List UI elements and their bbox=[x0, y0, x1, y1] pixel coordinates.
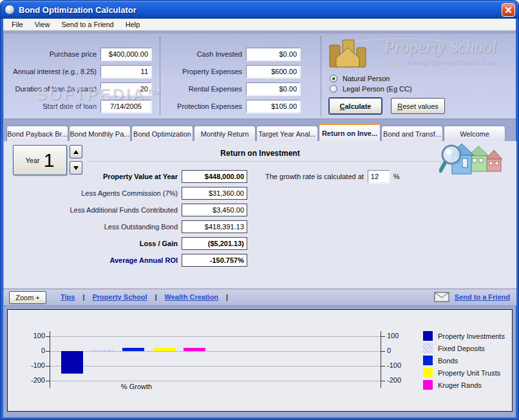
tab-bond-payback[interactable]: Bond Payback Br... bbox=[6, 126, 68, 141]
tab-return-on-investment[interactable]: Return on Inve... bbox=[319, 123, 381, 141]
window-title: Bond Optimization Calculator bbox=[19, 5, 137, 15]
loan-duration-label: Duration of loan (in years) bbox=[4, 85, 100, 93]
legend-item: Property Unit Trusts bbox=[423, 368, 505, 377]
chart-plot-area: 10010000-100-100-200-200 bbox=[50, 331, 381, 388]
tab-welcome[interactable]: Welcome bbox=[444, 126, 505, 141]
tab-monthly-return[interactable]: Monthly Return bbox=[194, 126, 256, 141]
natural-person-radio[interactable] bbox=[330, 75, 337, 82]
property-value-label: Property Value at Year bbox=[4, 173, 182, 180]
send-to-friend-link[interactable]: Send to a Friend bbox=[455, 293, 510, 301]
link-separator: | bbox=[226, 293, 228, 301]
y-axis-tick-label: 100 bbox=[387, 332, 414, 339]
cash-invested-input[interactable] bbox=[246, 48, 300, 61]
outstanding-bond-field[interactable] bbox=[182, 220, 247, 233]
legend-label: Fixed Deposits bbox=[438, 345, 485, 352]
client-area: Purchase price Annual interest (e.g., 8.… bbox=[3, 31, 516, 417]
property-expenses-input[interactable] bbox=[246, 65, 300, 78]
input-form-panel: Purchase price Annual interest (e.g., 8.… bbox=[4, 33, 516, 119]
y-axis-tick-label: -100 bbox=[18, 361, 45, 369]
annual-interest-label: Annual interest (e.g., 8.25) bbox=[4, 68, 100, 75]
rental-expenses-input[interactable] bbox=[246, 82, 300, 95]
growth-rate-input[interactable] bbox=[368, 170, 390, 183]
agents-commission-field[interactable] bbox=[182, 187, 247, 200]
tab-bond-and-transfer[interactable]: Bond and Transf... bbox=[381, 126, 443, 141]
legal-person-label: Legal Person (Eg CC) bbox=[343, 85, 412, 93]
chart-bar-property-unit-trusts bbox=[153, 348, 175, 351]
roi-tab-content: Year 1 Return on Investment Property Val… bbox=[4, 141, 516, 289]
growth-rate-row: The growth rate is calculated at % bbox=[265, 170, 400, 183]
legend-label: Property Unit Trusts bbox=[438, 369, 500, 377]
title-bar[interactable]: Bond Optimization Calculator bbox=[1, 1, 518, 19]
y-axis-tick-label: 100 bbox=[18, 332, 45, 339]
cash-invested-label: Cash Invested bbox=[103, 50, 246, 58]
menu-bar: File View Send to a Friend Help bbox=[3, 19, 516, 31]
tab-bond-optimization[interactable]: Bond Optimization bbox=[131, 126, 193, 141]
chart-x-axis-label: % Growth bbox=[101, 383, 172, 390]
average-annual-roi-label: Average Annual ROI bbox=[4, 256, 182, 264]
zoom-button[interactable]: Zoom + bbox=[9, 291, 46, 304]
natural-person-option[interactable]: Natural Person bbox=[330, 74, 390, 83]
legal-person-option[interactable]: Legal Person (Eg CC) bbox=[330, 84, 412, 93]
property-value-field[interactable] bbox=[182, 170, 247, 183]
logo-url: www.propertyschool.co.za bbox=[407, 57, 495, 68]
legend-swatch bbox=[423, 331, 433, 341]
growth-chart-panel: 10010000-100-100-200-200 % Growth Proper… bbox=[7, 309, 513, 412]
legend-item: Property Investments bbox=[423, 331, 505, 341]
chart-legend: Property InvestmentsFixed DepositsBondsP… bbox=[423, 331, 505, 392]
link-separator: | bbox=[82, 293, 84, 301]
start-date-label: Start date of loan bbox=[4, 102, 100, 110]
y-axis-tick-label: -100 bbox=[387, 361, 414, 369]
legend-item: Kruger Rands bbox=[423, 380, 505, 390]
houses-magnifier-icon bbox=[439, 144, 506, 180]
wealth-creation-link[interactable]: Wealth Creation bbox=[165, 293, 219, 301]
legend-swatch bbox=[423, 380, 433, 390]
additional-funds-field[interactable] bbox=[182, 204, 247, 216]
footer-toolbar: Zoom + Tips | Property School | Wealth C… bbox=[4, 289, 516, 306]
form-separator-2 bbox=[321, 36, 321, 116]
app-icon bbox=[5, 5, 15, 15]
legend-swatch bbox=[423, 343, 433, 353]
loss-gain-label: Loss / Gain bbox=[4, 240, 182, 247]
legend-swatch bbox=[423, 356, 433, 365]
growth-rate-suffix: % bbox=[393, 173, 400, 180]
legend-label: Property Investments bbox=[438, 332, 505, 340]
menu-help[interactable]: Help bbox=[120, 19, 146, 30]
chart-bar-bonds bbox=[122, 348, 144, 351]
envelope-icon bbox=[434, 292, 449, 302]
y-axis-tick-label: 0 bbox=[387, 347, 414, 354]
legend-item: Fixed Deposits bbox=[423, 343, 505, 353]
property-school-link[interactable]: Property School bbox=[93, 293, 147, 301]
legend-label: Bonds bbox=[438, 357, 458, 365]
purchase-price-label: Purchase price bbox=[4, 50, 100, 58]
growth-rate-label: The growth rate is calculated at bbox=[265, 173, 364, 180]
property-expenses-label: Property Expenses bbox=[103, 68, 246, 75]
menu-view[interactable]: View bbox=[29, 19, 56, 30]
close-icon bbox=[505, 6, 512, 14]
tab-bond-monthly[interactable]: Bond Monthly Pa... bbox=[69, 126, 131, 141]
chart-bar-kruger-rands bbox=[184, 348, 205, 351]
y-axis-tick-label: -200 bbox=[18, 376, 45, 384]
property-school-logo: Property School www.propertyschool.co.za bbox=[325, 36, 514, 73]
loss-gain-field[interactable] bbox=[182, 237, 247, 250]
chart-bar-property-investments bbox=[61, 351, 83, 374]
tips-link[interactable]: Tips bbox=[61, 293, 75, 301]
link-separator: | bbox=[155, 293, 156, 301]
reset-values-button[interactable]: Reset values bbox=[391, 98, 445, 114]
application-window: Bond Optimization Calculator File View S… bbox=[0, 0, 519, 420]
send-to-friend-group[interactable]: Send to a Friend bbox=[434, 292, 510, 302]
footer-links: Tips | Property School | Wealth Creation… bbox=[61, 293, 228, 301]
menu-file[interactable]: File bbox=[6, 19, 29, 30]
menu-send-to-a-friend[interactable]: Send to a Friend bbox=[55, 19, 119, 30]
legal-person-radio[interactable] bbox=[330, 85, 337, 93]
rental-expenses-label: Rental Expenses bbox=[103, 85, 246, 93]
calculate-button[interactable]: Calculate bbox=[329, 98, 382, 114]
tab-strip: Bond Payback Br... Bond Monthly Pa... Bo… bbox=[4, 123, 516, 141]
average-annual-roi-field[interactable] bbox=[182, 254, 247, 267]
chart-bar-fixed-deposits bbox=[92, 350, 114, 351]
close-button[interactable] bbox=[502, 3, 515, 17]
logo-title: Property School bbox=[384, 37, 496, 57]
protection-expenses-input[interactable] bbox=[246, 100, 300, 113]
tab-target-year[interactable]: Target Year Anal... bbox=[256, 126, 318, 141]
protection-expenses-label: Protection Expenses bbox=[103, 102, 246, 110]
y-axis-tick-label: 0 bbox=[18, 347, 45, 354]
